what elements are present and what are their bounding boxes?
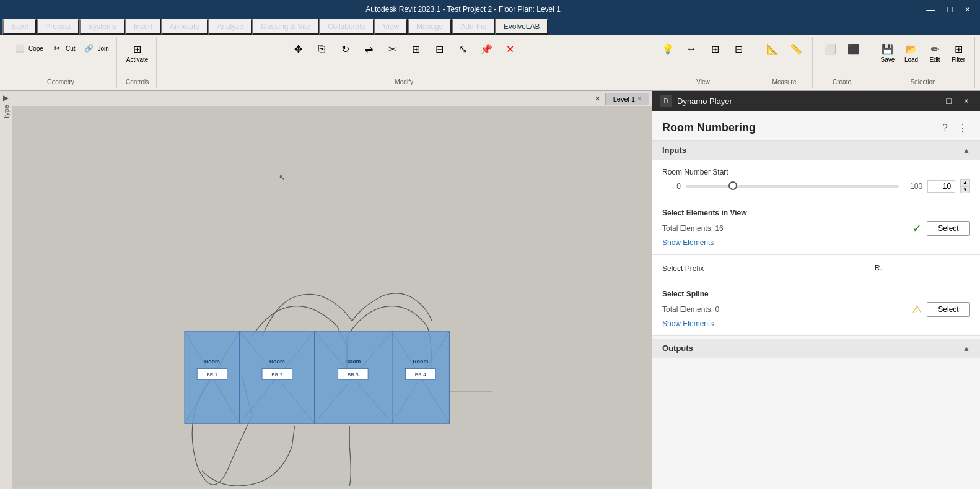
revit-canvas[interactable]: Room BR.1 Room BR.2 Room BR.3 Room BR.4 … [12, 106, 652, 486]
cope-button[interactable]: ⬜ Cope [10, 40, 46, 57]
scale-button[interactable]: ⤡ [452, 40, 474, 58]
show-elements-link[interactable]: Show Elements [662, 238, 714, 247]
offset-button[interactable]: ⊞ [405, 40, 427, 58]
dynamo-minimize-btn[interactable]: — [921, 96, 937, 106]
measure-icon-2: 📏 [789, 41, 803, 56]
tab-addins[interactable]: Add-Ins [452, 19, 494, 35]
main-area: ▶ Type × Level 1 × [0, 91, 980, 489]
copy-button[interactable]: ⎘ [310, 40, 333, 58]
save-selection-button[interactable]: 💾 Save [877, 40, 899, 65]
inputs-chevron: ▲ [963, 146, 970, 155]
tab-annotate[interactable]: Annotate [161, 19, 208, 35]
cut-icon: ✂ [50, 41, 64, 56]
select-spline-row: Select Spline Total Elements: 0 ⚠ Select… [652, 282, 980, 336]
activate-button[interactable]: ⊞ Activate [123, 40, 152, 65]
spinner-up[interactable]: ▲ [960, 179, 970, 186]
number-slider[interactable] [686, 185, 899, 188]
view-btn-4[interactable]: ⊟ [727, 40, 750, 58]
dynamo-help-btn[interactable]: ? [940, 121, 950, 135]
tab-systems[interactable]: Systems [79, 19, 125, 35]
pin-button[interactable]: 📌 [475, 40, 497, 58]
window-controls: — □ × [921, 3, 975, 15]
dynamo-logo: D [660, 95, 672, 107]
controls-tools: ⊞ Activate [123, 40, 152, 65]
dynamo-more-btn[interactable]: ⋮ [955, 121, 970, 135]
offset-icon: ⊞ [408, 41, 423, 56]
room-number-start-row: Room Number Start 0 100 ▲ ▼ [652, 160, 980, 201]
tab-analyze[interactable]: Analyze [208, 19, 252, 35]
ribbon-group-measure: 📐 📏 Measure [756, 37, 813, 88]
tab-collaborate[interactable]: Collaborate [319, 19, 374, 35]
tab-view[interactable]: View [374, 19, 408, 35]
room-number-input[interactable] [927, 180, 955, 193]
tab-precast[interactable]: Precast [37, 19, 79, 35]
create-label: Create [833, 79, 851, 85]
slider-container[interactable] [686, 185, 899, 188]
ribbon-group-modify: ✥ ⎘ ↻ ⇌ ✂ ⊞ ⊟ ⤡ 📌 ✕ Modify [158, 37, 650, 88]
minimize-button[interactable]: — [921, 3, 940, 15]
show-spline-link[interactable]: Show Elements [662, 319, 714, 328]
dynamo-maximize-btn[interactable]: □ [942, 96, 955, 106]
canvas-panel-close[interactable]: × [591, 92, 603, 105]
measure-icon-1: 📐 [765, 41, 780, 56]
modify-label: Modify [395, 79, 413, 85]
slider-thumb[interactable] [728, 181, 737, 190]
dynamo-header-icons: ? ⋮ [940, 121, 970, 135]
level1-tab[interactable]: Level 1 × [605, 93, 649, 105]
geometry-label: Geometry [47, 79, 74, 85]
canvas-area: × Level 1 × [12, 91, 652, 489]
outputs-chevron: ▲ [963, 344, 970, 353]
view-btn-2[interactable]: ↔ [680, 40, 702, 58]
trim-button[interactable]: ✂ [381, 40, 403, 58]
cut-button[interactable]: ✂ Cut [47, 40, 78, 57]
view-btn-1[interactable]: 💡 [657, 40, 679, 58]
delete-button[interactable]: ✕ [499, 40, 521, 58]
array-button[interactable]: ⊟ [428, 40, 450, 58]
slider-max-value: 100 [904, 182, 922, 191]
tab-insert[interactable]: Insert [125, 19, 161, 35]
dynamo-close-btn[interactable]: × [960, 96, 973, 106]
room1-number: BR.1 [206, 372, 217, 378]
spinner-down[interactable]: ▼ [960, 186, 970, 194]
tab-steel[interactable]: Steel [2, 19, 37, 35]
close-button[interactable]: × [960, 3, 975, 15]
tab-evolvelab[interactable]: EvolveLAB [495, 19, 549, 35]
create-btn-2[interactable]: ⬛ [842, 40, 865, 58]
activate-icon: ⊞ [130, 41, 145, 56]
room3-label: Room [345, 358, 361, 365]
move-button[interactable]: ✥ [287, 40, 309, 58]
room2-label: Room [269, 358, 285, 365]
left-sidebar: ▶ Type [0, 91, 12, 489]
rotate-button[interactable]: ↻ [334, 40, 356, 58]
measure-tools: 📐 📏 [761, 40, 807, 58]
maximize-button[interactable]: □ [942, 3, 957, 15]
left-sidebar-arrow[interactable]: ▶ [3, 93, 9, 102]
delete-icon: ✕ [502, 41, 517, 56]
view-btn-3[interactable]: ⊞ [704, 40, 726, 58]
filter-button[interactable]: ⊞ Filter [947, 40, 969, 65]
inputs-section-header[interactable]: Inputs ▲ [652, 141, 980, 160]
create-icon-2: ⬛ [846, 41, 861, 56]
room3-number: BR.3 [348, 372, 359, 378]
load-selection-button[interactable]: 📂 Load [900, 40, 922, 65]
mirror-button[interactable]: ⇌ [357, 40, 380, 58]
dynamo-panel: D Dynamo Player — □ × Room Numbering ? ⋮… [652, 91, 980, 489]
measure-btn-2[interactable]: 📏 [785, 40, 807, 58]
prefix-input[interactable] [872, 262, 970, 274]
ribbon-group-create: ⬜ ⬛ Create [814, 37, 870, 88]
create-btn-1[interactable]: ⬜ [819, 40, 841, 58]
join-button[interactable]: 🔗 Join [79, 40, 111, 57]
pin-icon: 📌 [479, 41, 494, 56]
select-elements-count: Total Elements: 16 [662, 224, 908, 233]
measure-btn-1[interactable]: 📐 [761, 40, 784, 58]
level1-tab-close[interactable]: × [637, 95, 641, 102]
tab-manage[interactable]: Manage [408, 19, 452, 35]
tab-massing[interactable]: Massing & Site [252, 19, 319, 35]
warning-icon: ⚠ [912, 303, 922, 316]
select-elements-button[interactable]: Select [927, 221, 970, 236]
edit-selection-button[interactable]: ✏ Edit [924, 40, 946, 65]
outputs-section-header[interactable]: Outputs ▲ [652, 339, 980, 358]
select-spline-button[interactable]: Select [927, 302, 970, 317]
number-spinner: ▲ ▼ [960, 179, 970, 193]
view-icon-2: ↔ [684, 41, 699, 56]
